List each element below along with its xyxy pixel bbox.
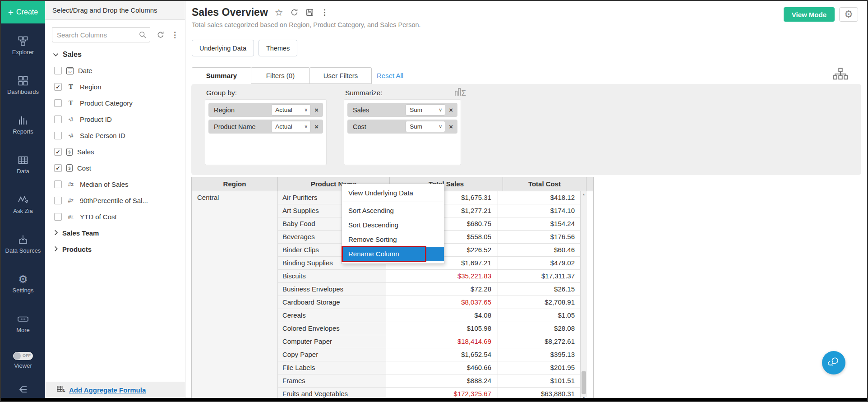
- checkbox-unchecked[interactable]: [54, 116, 62, 123]
- chip-remove-icon[interactable]: ×: [314, 123, 319, 130]
- summarize-chip-sales[interactable]: SalesSum∨×: [347, 103, 457, 117]
- product-name-cell[interactable]: File Labels: [278, 361, 386, 374]
- report-more-options-icon[interactable]: ⋮: [321, 8, 328, 17]
- sidebar-item-reports[interactable]: Reports: [1, 115, 45, 135]
- themes-button[interactable]: Themes: [259, 40, 297, 56]
- checkbox-unchecked[interactable]: [54, 213, 62, 221]
- total-sales-cell[interactable]: $4.08: [386, 309, 498, 322]
- table-row[interactable]: Frames$888.24$101.51: [278, 374, 580, 388]
- reset-all-link[interactable]: Reset All: [377, 67, 403, 84]
- table-group-sales[interactable]: Sales: [53, 51, 185, 59]
- summarize-sigma-icon[interactable]: Σ: [454, 87, 467, 98]
- column-group-sales-team[interactable]: Sales Team: [54, 228, 185, 238]
- product-name-cell[interactable]: Cereals: [278, 309, 386, 322]
- sidebar-item-settings[interactable]: ⚙Settings: [1, 273, 45, 294]
- sidebar-item-ask-zia[interactable]: Ask Zia: [1, 194, 45, 215]
- table-row[interactable]: Biscuits$35,221.83$17,311.37: [278, 270, 580, 283]
- tab-filters-0[interactable]: Filters (0): [251, 67, 310, 84]
- product-name-cell[interactable]: Biscuits: [278, 270, 386, 282]
- table-row[interactable]: Cereals$4.08$1.05: [278, 309, 580, 322]
- sidebar-item-more[interactable]: More: [1, 313, 45, 334]
- product-name-cell[interactable]: Computer Paper: [278, 335, 386, 348]
- menu-item-sort-ascending[interactable]: Sort Ascending: [342, 203, 444, 218]
- total-cost-cell[interactable]: $176.56: [498, 231, 580, 243]
- total-cost-cell[interactable]: $479.02: [498, 257, 580, 269]
- total-cost-cell[interactable]: $28.08: [498, 322, 580, 335]
- table-row[interactable]: Cardboard Storage$8,037.65$2,708.91: [278, 296, 580, 309]
- column-item-product-category[interactable]: TProduct Category: [54, 98, 185, 108]
- vertical-scrollbar[interactable]: ▲ ▼: [580, 191, 587, 401]
- sidebar-item-dashboards[interactable]: Dashboards: [1, 75, 45, 96]
- scrollbar-thumb[interactable]: [582, 371, 586, 394]
- tab-summary[interactable]: Summary: [192, 67, 251, 84]
- add-aggregate-formula-link[interactable]: Add Aggregate Formula: [69, 386, 146, 394]
- column-group-products[interactable]: Products: [54, 244, 185, 254]
- total-cost-cell[interactable]: $1.05: [498, 309, 580, 322]
- total-cost-cell[interactable]: $2,708.91: [498, 296, 580, 309]
- summarize-chip-cost[interactable]: CostSum∨×: [347, 120, 457, 134]
- tab-user-filters[interactable]: User Filters: [309, 67, 372, 84]
- table-row[interactable]: Business Envelopes$72.28$26.15: [278, 283, 580, 296]
- menu-item-view-underlying-data[interactable]: View Underlying Data: [342, 186, 444, 200]
- chip-remove-icon[interactable]: ×: [448, 123, 454, 130]
- chip-mode-select[interactable]: Actual∨: [271, 104, 311, 116]
- total-sales-cell[interactable]: $460.66: [386, 361, 498, 374]
- total-cost-cell[interactable]: $26.15: [498, 283, 580, 296]
- refresh-report-icon[interactable]: [290, 8, 299, 17]
- total-sales-cell[interactable]: $105.98: [386, 322, 498, 335]
- total-sales-cell[interactable]: $72.28: [386, 283, 498, 296]
- menu-item-rename-column[interactable]: Rename Column: [342, 247, 444, 261]
- product-name-cell[interactable]: Copy Paper: [278, 348, 386, 361]
- group-by-chip-product-name[interactable]: Product NameActual∨×: [208, 120, 323, 134]
- product-name-cell[interactable]: Colored Envelopes: [278, 322, 386, 335]
- total-cost-cell[interactable]: $17,311.37: [498, 270, 580, 282]
- total-cost-cell[interactable]: $60.46: [498, 244, 580, 256]
- table-row[interactable]: File Labels$460.66$201.95: [278, 361, 580, 374]
- column-item-product-id[interactable]: +#Product ID: [54, 114, 185, 125]
- column-header-total-cost[interactable]: Total Cost: [503, 177, 586, 191]
- checkbox-checked[interactable]: ✓: [54, 148, 62, 156]
- report-settings-button[interactable]: ⚙: [839, 7, 858, 22]
- menu-item-remove-sorting[interactable]: Remove Sorting: [342, 232, 444, 247]
- chart-hierarchy-icon[interactable]: [833, 68, 848, 82]
- total-cost-cell[interactable]: $174.10: [498, 204, 580, 217]
- checkbox-unchecked[interactable]: [54, 197, 62, 204]
- table-row[interactable]: Colored Envelopes$105.98$28.08: [278, 322, 580, 335]
- table-row[interactable]: Copy Paper$1,652.54$395.13: [278, 348, 580, 361]
- view-mode-button[interactable]: View Mode: [784, 7, 835, 22]
- viewer-toggle[interactable]: OFF: [13, 352, 33, 360]
- product-name-cell[interactable]: Frames: [278, 374, 386, 387]
- total-cost-cell[interactable]: $101.51: [498, 374, 580, 387]
- chat-support-button[interactable]: [822, 351, 845, 374]
- chip-remove-icon[interactable]: ×: [314, 106, 319, 114]
- group-by-chip-region[interactable]: RegionActual∨×: [208, 103, 323, 117]
- create-button[interactable]: + Create: [1, 1, 45, 23]
- total-sales-cell[interactable]: $8,037.65: [386, 296, 498, 309]
- product-name-cell[interactable]: Cardboard Storage: [278, 296, 386, 309]
- total-cost-cell[interactable]: $395.13: [498, 348, 580, 361]
- column-item-90thpercentile-of-sal[interactable]: #Σ90thPercentile of Sal...: [54, 195, 185, 206]
- chip-mode-select[interactable]: Actual∨: [271, 121, 311, 132]
- favorite-star-icon[interactable]: ☆: [275, 7, 283, 18]
- region-group-cell[interactable]: Central: [192, 191, 278, 401]
- menu-item-sort-descending[interactable]: Sort Descending: [342, 218, 444, 232]
- collapse-sidebar-button[interactable]: [1, 385, 45, 396]
- total-sales-cell[interactable]: $888.24: [386, 374, 498, 387]
- total-sales-cell[interactable]: $18,414.69: [386, 335, 498, 348]
- table-row[interactable]: Computer Paper$18,414.69$8,272.61: [278, 335, 580, 348]
- search-input[interactable]: [52, 27, 150, 42]
- column-item-cost[interactable]: ✓$Cost: [54, 163, 185, 173]
- column-item-sales[interactable]: ✓$Sales: [54, 147, 185, 157]
- total-cost-cell[interactable]: $8,272.61: [498, 335, 580, 348]
- checkbox-unchecked[interactable]: [54, 180, 62, 188]
- chip-mode-select[interactable]: Sum∨: [406, 121, 445, 132]
- columns-more-options-icon[interactable]: ⋮: [171, 30, 179, 40]
- column-header-region[interactable]: Region: [192, 177, 278, 191]
- sidebar-item-data-sources[interactable]: Data Sources: [1, 234, 45, 254]
- checkbox-unchecked[interactable]: [54, 132, 62, 139]
- save-icon[interactable]: [305, 8, 314, 17]
- sidebar-item-explorer[interactable]: Explorer: [1, 35, 45, 56]
- total-sales-cell[interactable]: $35,221.83: [386, 270, 498, 282]
- sidebar-item-data[interactable]: Data: [1, 154, 45, 175]
- column-item-date[interactable]: 17Date: [54, 65, 185, 76]
